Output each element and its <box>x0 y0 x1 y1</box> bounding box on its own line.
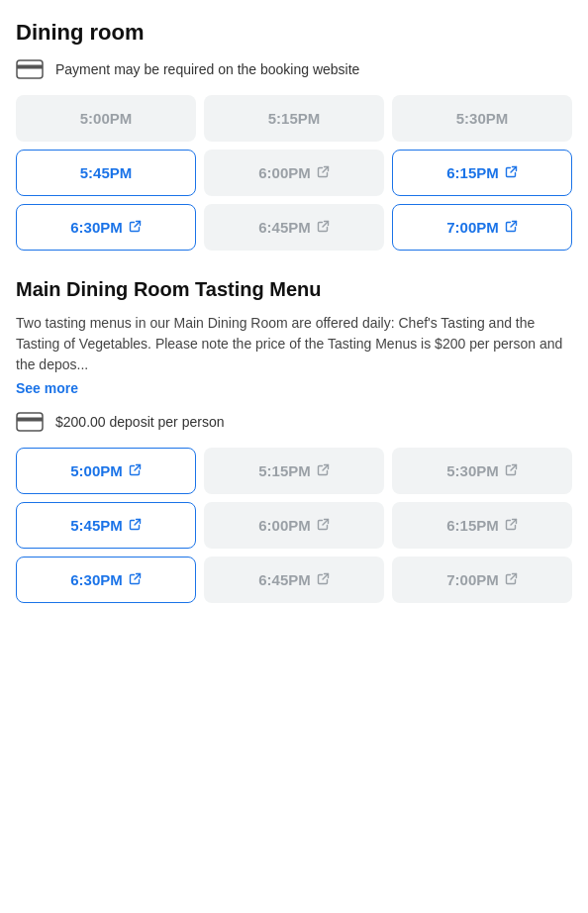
time-label: 6:30PM <box>70 219 123 236</box>
time-label: 6:45PM <box>258 571 311 588</box>
svg-rect-0 <box>17 60 43 78</box>
payment-notice-text: Payment may be required on the booking w… <box>55 61 359 77</box>
time-slot-545pm-active[interactable]: 5:45PM <box>16 150 196 196</box>
time-slot-645pm-external[interactable]: 6:45PM <box>204 204 384 251</box>
svg-rect-1 <box>17 65 43 69</box>
time-label: 5:00PM <box>70 462 123 479</box>
time-label: 6:45PM <box>258 219 311 236</box>
card-icon-deposit <box>16 412 44 432</box>
external-link-icon <box>505 572 518 588</box>
external-link-icon <box>505 518 518 534</box>
external-link-icon <box>129 220 142 236</box>
deposit-notice-text: $200.00 deposit per person <box>55 414 224 430</box>
time-label: 5:45PM <box>70 517 123 534</box>
tasting-menu-title: Main Dining Room Tasting Menu <box>16 278 572 301</box>
time-label: 5:30PM <box>446 462 499 479</box>
external-link-icon <box>317 220 330 236</box>
tm-time-slot-600pm[interactable]: 6:00PM <box>204 502 384 549</box>
tm-time-slot-515pm[interactable]: 5:15PM <box>204 448 384 494</box>
time-label: 6:00PM <box>258 517 311 534</box>
svg-rect-3 <box>17 418 43 422</box>
external-link-icon <box>317 165 330 181</box>
time-label: 6:30PM <box>70 571 123 588</box>
time-label: 7:00PM <box>446 571 499 588</box>
external-link-icon <box>129 463 142 479</box>
tm-time-slot-645pm[interactable]: 6:45PM <box>204 557 384 603</box>
time-slot-700pm-active-external[interactable]: 7:00PM <box>392 204 572 251</box>
time-label: 5:45PM <box>80 164 133 181</box>
time-slot-615pm-active-external[interactable]: 6:15PM <box>392 150 572 196</box>
tasting-menu-description: Two tasting menus in our Main Dining Roo… <box>16 313 572 375</box>
time-label: 5:30PM <box>456 110 509 127</box>
payment-notice: Payment may be required on the booking w… <box>16 59 572 79</box>
time-label: 5:15PM <box>268 110 321 127</box>
time-label: 6:15PM <box>446 164 499 181</box>
tm-time-slot-700pm[interactable]: 7:00PM <box>392 557 572 603</box>
card-icon <box>16 59 44 79</box>
tm-time-slot-630pm[interactable]: 6:30PM <box>16 557 196 603</box>
tm-time-slot-615pm[interactable]: 6:15PM <box>392 502 572 549</box>
time-slot-515pm-unavailable: 5:15PM <box>204 95 384 142</box>
tm-time-slot-545pm[interactable]: 5:45PM <box>16 502 196 549</box>
external-link-icon <box>505 463 518 479</box>
deposit-notice: $200.00 deposit per person <box>16 412 572 432</box>
see-more-link[interactable]: See more <box>16 380 78 396</box>
time-label: 5:15PM <box>258 462 311 479</box>
tm-time-slot-530pm[interactable]: 5:30PM <box>392 448 572 494</box>
external-link-icon <box>317 463 330 479</box>
time-slot-630pm-active-external[interactable]: 6:30PM <box>16 204 196 251</box>
tasting-menu-time-grid: 5:00PM 5:15PM 5:30PM <box>16 448 572 603</box>
time-label: 5:00PM <box>80 110 133 127</box>
external-link-icon <box>505 220 518 236</box>
time-label: 6:00PM <box>258 164 311 181</box>
time-slot-500pm-unavailable: 5:00PM <box>16 95 196 142</box>
time-slot-600pm-external[interactable]: 6:00PM <box>204 150 384 196</box>
external-link-icon <box>317 572 330 588</box>
dining-room-title: Dining room <box>16 20 572 46</box>
tm-time-slot-500pm[interactable]: 5:00PM <box>16 448 196 494</box>
dining-room-time-grid-1: 5:00PM 5:15PM 5:30PM 5:45PM 6:00PM 6:15P… <box>16 95 572 251</box>
external-link-icon <box>129 518 142 534</box>
external-link-icon <box>129 572 142 588</box>
time-label: 6:15PM <box>446 517 499 534</box>
external-link-icon <box>505 165 518 181</box>
time-slot-530pm-unavailable: 5:30PM <box>392 95 572 142</box>
time-label: 7:00PM <box>446 219 499 236</box>
external-link-icon <box>317 518 330 534</box>
svg-rect-2 <box>17 413 43 431</box>
